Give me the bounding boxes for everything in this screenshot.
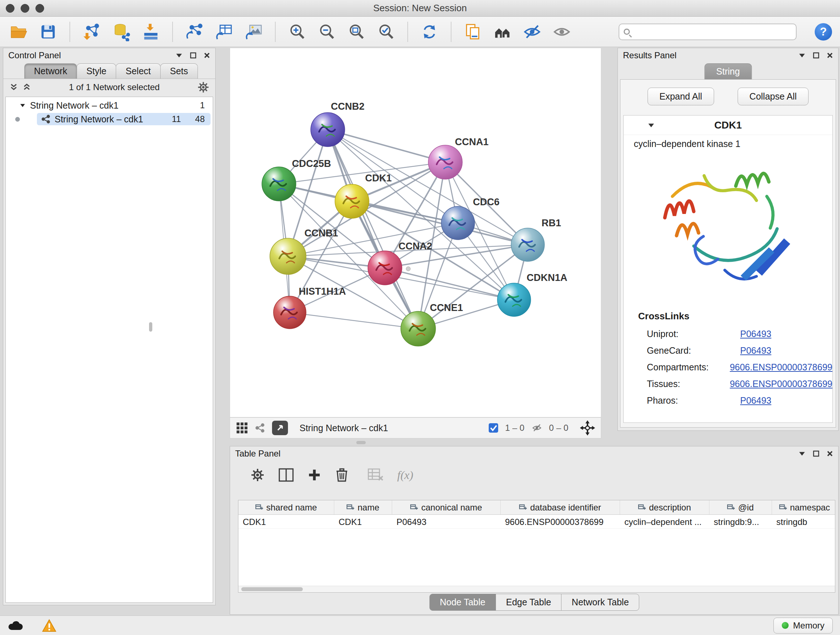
network-node[interactable] <box>270 238 306 274</box>
collapse-all-button[interactable]: Collapse All <box>737 88 809 105</box>
column-sort-icon <box>410 504 418 511</box>
save-session-button[interactable] <box>38 21 58 42</box>
zoom-in-button[interactable] <box>286 21 308 42</box>
canvas-splitter-handle[interactable] <box>406 266 411 271</box>
import-network-icon <box>82 22 101 41</box>
network-row-selected[interactable]: String Network – cdk1 11 48 <box>6 112 213 126</box>
show-columns-icon[interactable] <box>279 468 294 482</box>
import-network-database-button[interactable] <box>111 21 132 42</box>
network-node[interactable] <box>262 167 296 201</box>
hidden-eye-slash-icon[interactable] <box>531 423 543 433</box>
column-header[interactable]: shared name <box>238 500 334 515</box>
tab-string[interactable]: String <box>704 63 752 80</box>
network-node[interactable] <box>428 145 462 179</box>
import-table-button[interactable] <box>141 21 161 42</box>
help-button[interactable]: ? <box>815 23 832 41</box>
expand-all-button[interactable]: Expand All <box>647 88 714 105</box>
panel-menu-icon[interactable] <box>175 53 183 58</box>
copy-button[interactable] <box>462 21 483 42</box>
float-panel-icon[interactable] <box>813 450 819 457</box>
fit-content-crosshair-icon[interactable] <box>580 420 595 435</box>
collapse-all-icon[interactable] <box>9 83 19 92</box>
tab-network[interactable]: Network <box>24 63 77 79</box>
tab-select[interactable]: Select <box>116 63 160 79</box>
close-panel-icon[interactable] <box>827 52 833 59</box>
import-network-file-button[interactable] <box>81 21 102 42</box>
close-panel-icon[interactable] <box>204 52 210 59</box>
add-column-plus-icon[interactable] <box>308 468 321 482</box>
zoom-fit-button[interactable] <box>346 21 367 42</box>
network-share-icon[interactable] <box>255 423 265 433</box>
column-header[interactable]: database identifier <box>501 500 620 515</box>
network-node[interactable] <box>368 251 402 285</box>
export-image-button[interactable] <box>243 21 264 42</box>
clone-network-button[interactable] <box>184 21 205 42</box>
open-session-button[interactable] <box>8 21 29 42</box>
network-node[interactable] <box>441 206 475 240</box>
column-header[interactable]: @id <box>709 500 772 515</box>
hide-selected-button[interactable] <box>522 21 543 42</box>
table-options-gear-icon[interactable] <box>250 468 265 482</box>
gene-collapse-icon[interactable] <box>647 123 655 128</box>
tab-edge-table[interactable]: Edge Table <box>496 594 562 611</box>
refresh-button[interactable] <box>419 21 440 42</box>
delete-column-trash-icon[interactable] <box>335 467 349 483</box>
search-input[interactable] <box>631 25 796 39</box>
birdseye-grid-icon[interactable] <box>236 422 248 434</box>
scrollbar-thumb[interactable] <box>241 587 303 591</box>
network-node[interactable] <box>311 112 345 147</box>
float-panel-icon[interactable] <box>190 52 196 59</box>
network-canvas[interactable]: CCNB2CCNA1CDC25BCDK1CDC6RB1CCNB1CCNA2CDK… <box>230 48 601 417</box>
tab-node-table[interactable]: Node Table <box>429 594 496 611</box>
zoom-selected-button[interactable] <box>376 21 396 42</box>
zoom-out-button[interactable] <box>316 21 337 42</box>
neighbors-button[interactable] <box>492 21 513 42</box>
collection-expander-icon[interactable] <box>19 103 26 109</box>
panel-menu-icon[interactable] <box>798 53 806 58</box>
cloud-icon[interactable] <box>7 620 24 631</box>
network-node[interactable] <box>335 184 369 218</box>
tab-sets[interactable]: Sets <box>160 63 198 79</box>
export-table-button[interactable] <box>213 21 234 42</box>
zoom-selected-icon <box>377 22 395 41</box>
table-horizontal-scrollbar[interactable] <box>238 586 835 592</box>
column-header[interactable]: name <box>334 500 392 515</box>
column-header[interactable]: description <box>620 500 709 515</box>
memory-button[interactable]: Memory <box>774 618 833 633</box>
network-node[interactable] <box>273 296 306 329</box>
network-edge[interactable] <box>290 312 418 329</box>
crosslink-link[interactable]: 9606.ENSP00000378699 <box>729 362 832 372</box>
selected-checkbox-icon[interactable] <box>488 423 499 433</box>
table-row[interactable]: CDK1CDK1P064939606.ENSP00000378699cyclin… <box>238 515 835 529</box>
show-all-button[interactable] <box>551 21 572 42</box>
network-node[interactable] <box>497 283 531 317</box>
main-toolbar: ? <box>0 17 840 47</box>
network-edge[interactable] <box>328 130 418 329</box>
network-arrow-icon <box>185 22 204 41</box>
warning-icon[interactable] <box>42 619 57 632</box>
window-title: Session: New Session <box>0 3 840 14</box>
gear-icon[interactable] <box>197 81 210 93</box>
horizontal-splitter-handle[interactable] <box>356 441 366 444</box>
crosslink-link[interactable]: P06493 <box>740 329 771 339</box>
network-collection-row[interactable]: String Network – cdk1 1 <box>6 98 213 112</box>
float-panel-icon[interactable] <box>813 52 819 59</box>
network-node[interactable] <box>401 311 436 346</box>
crosslink-link[interactable]: P06493 <box>740 395 771 406</box>
close-panel-icon[interactable] <box>827 450 833 457</box>
open-in-window-button[interactable] <box>272 421 288 435</box>
crosslink-label: Tissues: <box>647 379 729 389</box>
protein-structure-image <box>652 156 804 301</box>
crosslink-link[interactable]: 9606.ENSP00000378699 <box>729 379 832 389</box>
tab-style[interactable]: Style <box>77 63 117 79</box>
panel-menu-icon[interactable] <box>798 451 806 456</box>
column-header[interactable]: namespac <box>772 500 835 515</box>
network-graph[interactable]: CCNB2CCNA1CDC25BCDK1CDC6RB1CCNB1CCNA2CDK… <box>230 48 601 417</box>
vertical-splitter-handle[interactable] <box>149 322 152 332</box>
network-node[interactable] <box>511 228 545 261</box>
crosslink-link[interactable]: P06493 <box>740 345 771 356</box>
expand-all-icon[interactable] <box>22 83 32 92</box>
tab-network-table[interactable]: Network Table <box>561 594 639 611</box>
column-header[interactable]: canonical name <box>392 500 501 515</box>
column-sort-icon <box>347 504 355 511</box>
